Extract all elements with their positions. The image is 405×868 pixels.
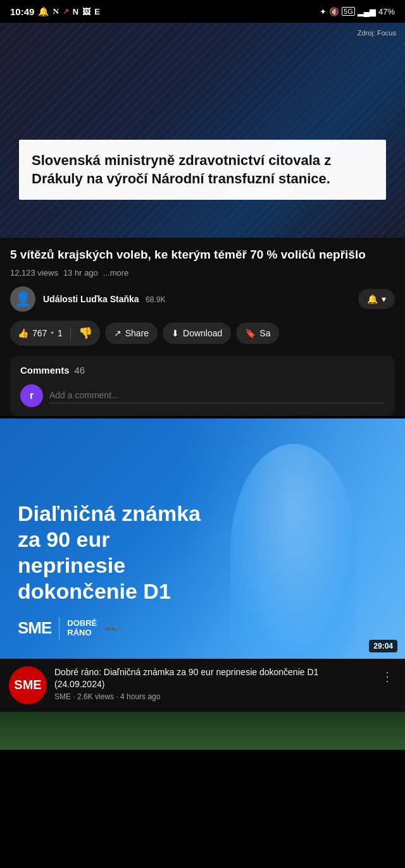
list-time: 4 hours ago [120,692,160,701]
bell-icon: 🔔 [367,294,378,304]
status-left: 10:49 🔔 N ↗ N 🖼 E [10,6,100,17]
status-bar: 10:49 🔔 N ↗ N 🖼 E ✦ 🔇 5G ▂▄▆ 47% [0,0,405,23]
download-icon: ⬇ [171,328,179,338]
sme-logo-small: SME [14,678,41,692]
video-list-meta: SME · 2.6K views · 4 hours ago [54,692,371,701]
download-button[interactable]: ⬇ Download [163,322,231,344]
comments-header: Comments 46 [20,365,385,376]
chevron-down-icon: ▾ [382,294,386,304]
more-options-button[interactable]: ⋮ [378,666,396,687]
sme-logo: SME [18,618,51,638]
list-views: 2.6K views [77,692,114,701]
thumb2-logo-row: SME DOBRÉ RÁNO 〰️ [18,617,387,640]
video-meta: 12,123 views 13 hr ago ...more [10,268,395,278]
comments-label: Comments [20,365,70,376]
share-button[interactable]: ↗ Share [105,322,158,344]
bookmark-icon: 🔖 [245,328,256,338]
n-icon: N [53,6,58,16]
dislike-button[interactable]: 👎 [71,321,100,346]
arrow-icon: ↗ [63,7,69,16]
wave-icon: 〰️ [104,621,118,635]
show-name: DOBRÉ RÁNO [67,619,97,637]
e-icon: E [94,7,100,16]
video-card-2[interactable]: Diaľničná známka za 90 eur neprinesie do… [0,419,405,712]
mute-icon: 🔇 [329,7,339,16]
like-button[interactable]: 👍 767 • 1 [10,322,70,344]
download-label: Download [183,328,222,338]
video-thumbnail-2[interactable]: Diaľničná známka za 90 eur neprinesie do… [0,419,405,659]
share-icon: ↗ [114,328,122,338]
channel-row: 👤 Události Luďka Staňka 68.9K 🔔 ▾ [10,286,395,312]
comment-input-row: r [20,384,385,407]
save-button[interactable]: 🔖 Sa [236,322,279,344]
user-initial: r [30,390,34,401]
video-info-section: 5 vítězů krajských voleb, ke kterým témě… [0,238,405,416]
save-label: Sa [259,328,270,338]
time: 10:49 [10,6,34,17]
video-list-info: Dobré ráno: Diaľničná známka za 90 eur n… [54,666,371,702]
video-list-item[interactable]: SME Dobré ráno: Diaľničná známka za 90 e… [0,659,405,712]
logo-divider [59,617,59,640]
action-row: 👍 767 • 1 👎 ↗ Share ⬇ Download 🔖 Sa [10,321,395,356]
channel-name: Události Luďka Staňka [43,294,139,304]
bluetooth-icon: ✦ [320,7,327,16]
comment-input[interactable] [49,388,385,403]
more-button[interactable]: ...more [103,268,128,278]
time-ago: 13 hr ago [63,268,98,278]
avatar-image: 👤 [15,291,32,307]
thumb1-headline: Slovenská ministryně zdravotnictví citov… [19,140,386,200]
thumb2-title: Diaľničná známka za 90 eur neprinesie do… [18,501,221,604]
video-list-title: Dobré ráno: Diaľničná známka za 90 eur n… [54,666,371,690]
channel-avatar: 👤 [10,286,35,312]
gallery-icon: 🖼 [82,7,90,16]
thumb-bg-pattern [0,23,405,238]
thumbs-down-icon: 👎 [78,326,92,340]
comments-section: Comments 46 r [10,356,395,416]
show-name-line1: DOBRÉ [67,619,97,628]
view-count: 12,123 views [10,268,58,278]
video-thumbnail-1[interactable]: Zdroj: Focus Slovenská ministryně zdravo… [0,23,405,238]
notification-icon: 🔔 [38,6,49,16]
bottom-partial [0,712,405,750]
channel-logo-sme: SME [9,666,47,704]
show-name-line2: RÁNO [67,628,97,637]
channel-left[interactable]: 👤 Události Luďka Staňka 68.9K [10,286,165,312]
user-avatar: r [20,384,43,407]
subscribe-button[interactable]: 🔔 ▾ [358,289,395,309]
signal-bars: ▂▄▆ [358,7,376,16]
battery: 47% [378,7,395,16]
status-right: ✦ 🔇 5G ▂▄▆ 47% [320,7,395,16]
list-channel: SME [54,692,71,701]
like-count: 767 [32,328,47,338]
5g-icon: 5G [342,7,355,16]
share-label: Share [125,328,149,338]
n2-icon: N [73,7,78,16]
duration-badge: 29:04 [369,640,397,652]
video-title: 5 vítězů krajských voleb, ke kterým témě… [10,247,395,263]
channel-info: Události Luďka Staňka 68.9K [43,293,165,305]
bullet: • [51,328,54,338]
like-dislike-group: 👍 767 • 1 👎 [10,321,100,346]
thumbs-up-icon: 👍 [18,328,28,338]
comments-count: 46 [75,365,85,376]
dislike-count: 1 [58,328,63,338]
channel-subs: 68.9K [146,295,165,304]
source-label: Zdroj: Focus [358,29,396,37]
